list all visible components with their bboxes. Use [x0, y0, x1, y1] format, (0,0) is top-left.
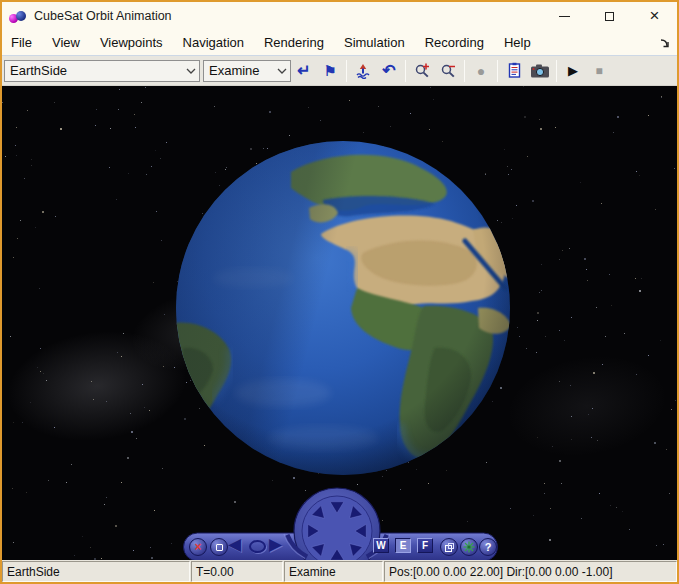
star [109, 167, 110, 168]
star [30, 402, 31, 403]
star [214, 106, 215, 107]
record-icon: ● [477, 63, 485, 79]
capture-frame-button[interactable] [501, 58, 527, 84]
star [82, 536, 83, 537]
menu-view[interactable]: View [42, 30, 90, 55]
star [663, 544, 664, 545]
star [586, 269, 587, 270]
minimize-icon [559, 16, 570, 17]
star [27, 110, 28, 111]
star [131, 431, 133, 433]
wheelbar-window-button[interactable] [210, 538, 228, 556]
star [537, 437, 538, 438]
trackball-control[interactable] [249, 540, 266, 553]
star [135, 127, 136, 128]
menu-simulation[interactable]: Simulation [334, 30, 415, 55]
star [584, 258, 586, 260]
star [17, 238, 18, 239]
zoom-out-button[interactable] [435, 58, 461, 84]
star [171, 543, 172, 544]
star [160, 158, 161, 159]
spin-right-button[interactable]: ▶ [269, 534, 282, 555]
minimize-button[interactable] [542, 2, 587, 30]
star [526, 348, 527, 349]
menu-recording[interactable]: Recording [415, 30, 494, 55]
undo-move-button[interactable]: ↶ [376, 58, 402, 84]
star [163, 366, 164, 367]
undo-arrow-icon: ↶ [382, 61, 395, 80]
window-square-icon [216, 544, 223, 551]
star [541, 290, 542, 291]
close-button[interactable]: × [632, 2, 677, 30]
star [597, 440, 598, 441]
record-button[interactable]: ● [468, 58, 494, 84]
headlight-button[interactable] [460, 538, 478, 556]
star [133, 550, 134, 551]
goto-default-viewpoint-button[interactable]: ↵ [291, 58, 317, 84]
star [524, 116, 526, 118]
viewpoint-select[interactable]: EarthSide [4, 60, 200, 82]
star [593, 372, 595, 374]
spin-left-button[interactable]: ◀ [228, 534, 241, 555]
maximize-button[interactable] [587, 2, 632, 30]
star [121, 482, 122, 483]
view-normal-button[interactable] [440, 538, 458, 556]
chevron-down-icon [183, 68, 199, 74]
dock-arrow-icon[interactable] [659, 37, 671, 49]
star [601, 203, 602, 204]
wheelbar-close-button[interactable]: × [189, 538, 207, 556]
capture-screenshot-button[interactable] [527, 58, 553, 84]
star [349, 100, 350, 101]
star [654, 442, 656, 444]
play-button[interactable]: ▶ [560, 58, 586, 84]
star [119, 89, 120, 90]
star [357, 484, 358, 485]
menu-rendering[interactable]: Rendering [254, 30, 334, 55]
zoom-in-button[interactable] [409, 58, 435, 84]
examine-mode-button[interactable]: E [395, 538, 411, 553]
question-icon: ? [485, 541, 492, 553]
star [674, 168, 675, 169]
star [571, 317, 572, 318]
star [390, 126, 391, 127]
menu-file[interactable]: File [2, 30, 42, 55]
walk-mode-button[interactable]: W [373, 538, 389, 553]
star [666, 449, 667, 450]
star [31, 165, 32, 166]
create-viewpoint-button[interactable]: ⚑ [317, 58, 343, 84]
menu-help[interactable]: Help [494, 30, 541, 55]
star [564, 340, 565, 341]
star [308, 107, 309, 108]
star [428, 483, 429, 484]
menu-navigation[interactable]: Navigation [173, 30, 254, 55]
earth-globe[interactable] [173, 138, 513, 478]
wheelbar-help-button[interactable]: ? [479, 538, 497, 556]
star [94, 558, 96, 560]
star [523, 86, 524, 87]
star [5, 156, 6, 157]
star [153, 282, 154, 283]
star [93, 399, 94, 400]
star [22, 422, 23, 423]
star [136, 438, 137, 439]
star [154, 510, 155, 511]
star [562, 250, 563, 251]
navigation-mode-value: Examine [209, 63, 274, 78]
star [31, 159, 32, 160]
navigation-mode-select[interactable]: Examine [203, 60, 291, 82]
star [656, 545, 657, 546]
star [537, 320, 538, 321]
viewport-3d[interactable]: × ◀ ▶ W E F ? [2, 86, 677, 560]
clipboard-icon [506, 62, 523, 79]
star [641, 278, 642, 279]
menu-viewpoints[interactable]: Viewpoints [90, 30, 173, 55]
toolbar-separator [464, 60, 465, 82]
zoom-out-icon [440, 62, 457, 79]
star [580, 182, 581, 183]
star [587, 280, 588, 281]
straighten-up-button[interactable] [350, 58, 376, 84]
stop-button[interactable]: ■ [586, 58, 612, 84]
star [151, 557, 153, 559]
star [39, 288, 40, 289]
fly-mode-button[interactable]: F [417, 538, 433, 553]
